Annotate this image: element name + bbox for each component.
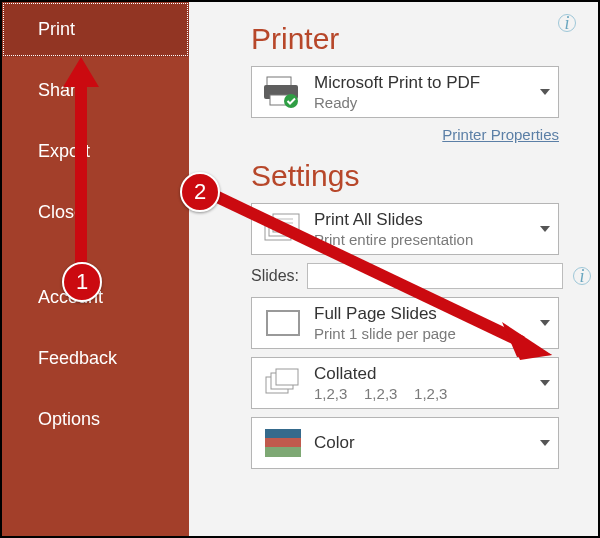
print-panel: i Printer Microsoft Print to PDF Ready P… [189, 2, 598, 536]
print-scope-selector[interactable]: Print All Slides Print entire presentati… [251, 203, 559, 255]
slides-stack-icon [262, 210, 304, 248]
chevron-down-icon [540, 89, 550, 95]
scope-subtitle: Print entire presentation [314, 231, 540, 248]
printer-status: Ready [314, 94, 540, 111]
collate-selector[interactable]: Collated 1,2,3 1,2,3 1,2,3 [251, 357, 559, 409]
printer-selector[interactable]: Microsoft Print to PDF Ready [251, 66, 559, 118]
chevron-down-icon [540, 440, 550, 446]
sidebar-item-label: Close [38, 202, 84, 223]
slides-label: Slides: [251, 267, 299, 285]
info-icon[interactable]: i [573, 267, 591, 285]
printer-heading: Printer [251, 22, 576, 56]
collate-title: Collated [314, 364, 540, 384]
svg-point-3 [284, 94, 298, 108]
color-title: Color [314, 433, 540, 453]
sidebar-item-label: Options [38, 409, 100, 430]
sidebar-item-options[interactable]: Options [2, 392, 189, 447]
full-page-icon [262, 304, 304, 342]
slides-input[interactable] [307, 263, 563, 289]
sidebar-item-label: Account [38, 287, 103, 308]
sidebar-item-label: Share [38, 80, 86, 101]
slides-row: Slides: i [251, 263, 591, 289]
chevron-down-icon [540, 226, 550, 232]
svg-rect-15 [265, 447, 301, 457]
printer-icon [262, 73, 304, 111]
sidebar-item-label: Export [38, 141, 90, 162]
color-swatch-icon [262, 424, 304, 462]
scope-title: Print All Slides [314, 210, 540, 230]
sidebar-item-print[interactable]: Print [2, 2, 189, 57]
app-frame: Print Share Export Close Account Feedbac… [0, 0, 600, 538]
collate-icon [262, 364, 304, 402]
layout-selector[interactable]: Full Page Slides Print 1 slide per page [251, 297, 559, 349]
sidebar-item-account[interactable]: Account [2, 270, 189, 325]
svg-rect-12 [276, 369, 298, 385]
layout-subtitle: Print 1 slide per page [314, 325, 540, 342]
sidebar-item-share[interactable]: Share [2, 63, 189, 118]
printer-name: Microsoft Print to PDF [314, 73, 540, 93]
sidebar-item-feedback[interactable]: Feedback [2, 331, 189, 386]
svg-rect-9 [267, 311, 299, 335]
printer-properties-link[interactable]: Printer Properties [251, 126, 559, 143]
info-icon[interactable]: i [558, 14, 576, 32]
sidebar-item-label: Feedback [38, 348, 117, 369]
sidebar-item-label: Print [38, 19, 75, 40]
settings-heading: Settings [251, 159, 576, 193]
backstage-sidebar: Print Share Export Close Account Feedbac… [2, 2, 189, 536]
svg-rect-14 [265, 438, 301, 447]
color-selector[interactable]: Color [251, 417, 559, 469]
layout-title: Full Page Slides [314, 304, 540, 324]
sidebar-item-export[interactable]: Export [2, 124, 189, 179]
chevron-down-icon [540, 320, 550, 326]
svg-rect-13 [265, 429, 301, 438]
collate-subtitle: 1,2,3 1,2,3 1,2,3 [314, 385, 540, 402]
chevron-down-icon [540, 380, 550, 386]
sidebar-item-close[interactable]: Close [2, 185, 189, 240]
